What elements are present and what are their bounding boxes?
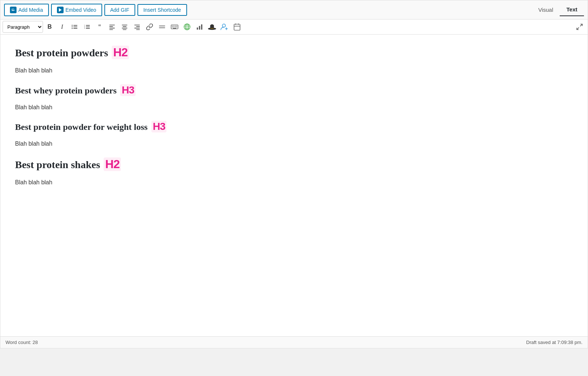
link-button[interactable] bbox=[144, 21, 155, 33]
heading-badge-2: H3 bbox=[120, 84, 136, 96]
svg-rect-18 bbox=[110, 29, 113, 30]
blockquote-button[interactable]: “ bbox=[94, 21, 105, 33]
editor-content[interactable]: Best protein powders H2 Blah blah blah B… bbox=[0, 35, 588, 336]
heading-text-4: Best protein shakes bbox=[15, 159, 100, 171]
svg-rect-20 bbox=[123, 26, 126, 27]
svg-point-51 bbox=[222, 24, 226, 27]
link-icon bbox=[146, 23, 153, 31]
insert-shortcode-label: Insert Shortcode bbox=[143, 7, 181, 13]
heading-line-2: Best whey protein powders H3 bbox=[15, 84, 573, 96]
hr-icon bbox=[158, 23, 166, 31]
heading-line-4: Best protein shakes H2 bbox=[15, 157, 573, 171]
svg-rect-19 bbox=[122, 25, 128, 25]
svg-rect-26 bbox=[136, 29, 140, 30]
svg-rect-5 bbox=[74, 28, 78, 29]
svg-rect-28 bbox=[159, 28, 165, 28]
ul-icon bbox=[71, 23, 78, 31]
svg-rect-32 bbox=[175, 26, 176, 26]
heading-line-3: Best protein powder for weight loss H3 bbox=[15, 121, 573, 132]
svg-rect-36 bbox=[175, 27, 176, 28]
add-media-button[interactable]: Add Media bbox=[4, 4, 49, 16]
keyboard-shortcut-button[interactable] bbox=[169, 21, 180, 33]
heading-text-1: Best protein powders bbox=[15, 47, 108, 59]
svg-point-6 bbox=[72, 25, 73, 26]
svg-rect-45 bbox=[199, 26, 200, 30]
bold-button[interactable]: B bbox=[44, 21, 55, 33]
paragraph-select[interactable]: Paragraph Heading 1 Heading 2 Heading 3 bbox=[3, 21, 43, 33]
hat-icon bbox=[208, 23, 216, 31]
svg-rect-22 bbox=[123, 29, 126, 30]
svg-rect-46 bbox=[201, 24, 202, 29]
globe-icon bbox=[183, 23, 191, 31]
world-icon-button[interactable] bbox=[181, 21, 193, 33]
svg-marker-2 bbox=[12, 10, 15, 11]
body-text-2: Blah blah blah bbox=[15, 103, 573, 112]
hat-button[interactable] bbox=[206, 21, 218, 33]
content-block-1: Best protein powders H2 Blah blah blah bbox=[15, 46, 573, 75]
svg-rect-37 bbox=[176, 27, 177, 28]
fullscreen-button[interactable] bbox=[574, 21, 585, 33]
svg-rect-34 bbox=[172, 27, 173, 28]
add-gif-button[interactable]: Add GIF bbox=[104, 4, 135, 16]
heading-text-2: Best whey protein powders bbox=[15, 86, 116, 96]
fullscreen-icon bbox=[576, 23, 583, 31]
italic-button[interactable]: I bbox=[56, 21, 68, 33]
svg-rect-25 bbox=[135, 28, 140, 29]
svg-rect-21 bbox=[122, 28, 128, 29]
svg-rect-23 bbox=[135, 25, 140, 25]
keyboard-icon bbox=[171, 23, 179, 31]
add-media-label: Add Media bbox=[18, 7, 43, 13]
svg-rect-24 bbox=[136, 26, 140, 27]
svg-point-1 bbox=[12, 9, 13, 10]
align-right-button[interactable] bbox=[131, 21, 143, 33]
align-left-button[interactable] bbox=[106, 21, 118, 33]
top-toolbar: Add Media Embed Video Add GIF Insert Sho… bbox=[0, 0, 588, 19]
align-left-icon bbox=[108, 23, 116, 31]
add-media-icon bbox=[10, 7, 17, 13]
svg-rect-30 bbox=[172, 26, 173, 26]
svg-rect-9 bbox=[86, 25, 90, 26]
svg-point-7 bbox=[72, 26, 73, 28]
body-text-4: Blah blah blah bbox=[15, 178, 573, 187]
horizontal-rule-button[interactable] bbox=[156, 21, 168, 33]
tab-visual[interactable]: Visual bbox=[532, 3, 560, 16]
media-svg bbox=[11, 7, 15, 13]
svg-rect-17 bbox=[110, 28, 115, 29]
align-center-button[interactable] bbox=[119, 21, 130, 33]
embed-video-label: Embed Video bbox=[65, 7, 96, 13]
svg-rect-49 bbox=[211, 24, 214, 26]
insert-shortcode-button[interactable]: Insert Shortcode bbox=[137, 4, 187, 16]
svg-line-58 bbox=[580, 24, 582, 26]
ordered-list-button[interactable]: 1 2 3 bbox=[81, 21, 93, 33]
svg-rect-38 bbox=[173, 28, 176, 29]
word-count: Word count: 28 bbox=[6, 340, 38, 345]
calendar-button[interactable] bbox=[231, 21, 243, 33]
body-text-1: Blah blah blah bbox=[15, 66, 573, 75]
unordered-list-button[interactable] bbox=[69, 21, 80, 33]
body-text-3: Blah blah blah bbox=[15, 139, 573, 149]
svg-rect-10 bbox=[86, 26, 90, 27]
svg-rect-11 bbox=[86, 28, 90, 29]
add-user-button[interactable] bbox=[219, 21, 230, 33]
align-center-icon bbox=[121, 23, 128, 31]
chart-button[interactable] bbox=[194, 21, 205, 33]
svg-point-8 bbox=[72, 28, 73, 29]
svg-rect-16 bbox=[110, 26, 113, 27]
calendar-icon bbox=[233, 23, 241, 31]
heading-badge-1: H2 bbox=[112, 46, 129, 59]
svg-rect-27 bbox=[159, 26, 165, 26]
tab-text[interactable]: Text bbox=[560, 3, 584, 16]
format-toolbar: Paragraph Heading 1 Heading 2 Heading 3 … bbox=[0, 19, 588, 35]
content-block-2: Best whey protein powders H3 Blah blah b… bbox=[15, 84, 573, 112]
ol-icon: 1 2 3 bbox=[83, 23, 91, 31]
svg-rect-31 bbox=[173, 26, 174, 26]
svg-rect-54 bbox=[234, 24, 240, 31]
add-user-icon bbox=[220, 23, 229, 31]
heading-badge-3: H3 bbox=[151, 121, 167, 132]
svg-rect-35 bbox=[173, 27, 174, 28]
embed-video-button[interactable]: Embed Video bbox=[51, 4, 102, 16]
svg-rect-44 bbox=[197, 28, 198, 30]
content-block-4: Best protein shakes H2 Blah blah blah bbox=[15, 157, 573, 187]
view-tabs: Visual Text bbox=[532, 3, 584, 16]
svg-rect-4 bbox=[74, 26, 78, 27]
